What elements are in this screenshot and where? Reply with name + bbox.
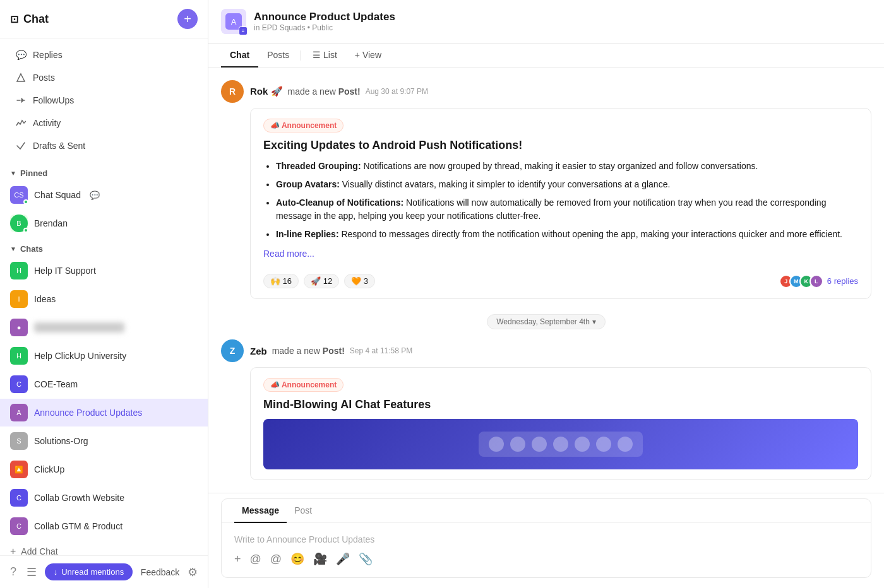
followups-label: FollowUps: [33, 95, 74, 105]
solutions-name: Solutions-Org: [34, 436, 88, 446]
add-button[interactable]: +: [177, 9, 198, 29]
posts-icon: [15, 72, 27, 83]
sidebar: ⊡ Chat + 💬 Replies Posts FollowUps: [0, 0, 208, 588]
reaction-heart[interactable]: 🧡 3: [344, 274, 375, 288]
help-it-name: Help IT Support: [34, 266, 96, 276]
announce-name: Announce Product Updates: [34, 408, 142, 418]
messages-area: R Rok 🚀 made a new Post! Aug 30 at 9:07 …: [208, 68, 884, 493]
drafts-label: Drafts & Sent: [33, 141, 85, 151]
reaction-clap[interactable]: 🙌 16: [263, 274, 299, 288]
message-group-2: Z Zeb made a new Post! Sep 4 at 11:58 PM…: [221, 339, 871, 480]
msg1-author: Rok 🚀: [250, 86, 283, 97]
clickup-avatar: 🔼: [10, 461, 28, 478]
help-clickup-avatar: H: [10, 347, 28, 365]
pinned-section-header[interactable]: ▼ Pinned: [0, 162, 208, 180]
ideas-name: Ideas: [34, 294, 56, 304]
msg2-avatar: Z: [221, 339, 244, 362]
coe-avatar: C: [10, 375, 28, 393]
reply-avatar: L: [809, 274, 823, 288]
chats-section-header[interactable]: ▼ Chats: [0, 238, 208, 256]
mention-icon[interactable]: @: [270, 553, 282, 566]
main-content: A ≡ Announce Product Updates in EPD Squa…: [208, 0, 884, 588]
list-icon[interactable]: ☰: [27, 565, 37, 579]
message-header-2: Z Zeb made a new Post! Sep 4 at 11:58 PM: [221, 339, 871, 362]
help-clickup-name: Help ClickUp University: [34, 351, 126, 361]
tab-list[interactable]: ☰ List: [304, 44, 346, 68]
sidebar-item-help-it[interactable]: H Help IT Support: [0, 257, 208, 285]
msg2-time: Sep 4 at 11:58 PM: [350, 346, 412, 355]
input-tab-message[interactable]: Message: [234, 499, 287, 523]
msg1-avatar: R: [221, 80, 244, 103]
reply-count-1[interactable]: 6 replies: [827, 276, 858, 286]
mic-icon[interactable]: 🎤: [336, 552, 350, 566]
brendan-name: Brendan: [34, 218, 68, 228]
msg2-action: made a new Post!: [272, 346, 345, 356]
unread-mentions-label: Unread mentions: [61, 567, 124, 577]
post-image: [263, 419, 858, 469]
brendan-avatar: B: [10, 215, 28, 232]
sidebar-item-ideas[interactable]: I Ideas: [0, 285, 208, 313]
sidebar-item-solutions[interactable]: S Solutions-Org: [0, 427, 208, 455]
sidebar-item-clickup[interactable]: 🔼 ClickUp: [0, 456, 208, 483]
sidebar-item-collab-gtm[interactable]: C Collab GTM & Product: [0, 512, 208, 540]
help-icon[interactable]: ?: [10, 565, 16, 579]
sidebar-title-text: Chat: [23, 13, 49, 26]
pinned-label: Pinned: [20, 168, 47, 178]
msg2-meta: Zeb made a new Post! Sep 4 at 11:58 PM: [250, 346, 412, 356]
collab-gtm-name: Collab GTM & Product: [34, 521, 122, 531]
emoji-icon[interactable]: 😊: [290, 552, 304, 566]
collab-gtm-avatar: C: [10, 517, 28, 535]
reaction-rocket[interactable]: 🚀 12: [304, 274, 339, 288]
date-text: Wednesday, September 4th: [496, 317, 590, 326]
chat-squad-avatar: CS: [10, 186, 28, 204]
activity-icon: [15, 117, 27, 129]
sidebar-item-replies[interactable]: 💬 Replies: [5, 44, 203, 66]
read-more-link-1[interactable]: Read more...: [263, 249, 858, 259]
video-icon[interactable]: 🎥: [313, 552, 327, 566]
announcement-badge-1: 📣 Announcement: [263, 119, 343, 132]
post-title-1: Exciting Updates to Android Push Notific…: [263, 139, 858, 152]
input-tab-post[interactable]: Post: [287, 499, 320, 523]
tab-view[interactable]: + View: [346, 44, 390, 68]
feedback-label[interactable]: Feedback: [141, 567, 179, 577]
unread-mentions-button[interactable]: ↓ Unread mentions: [45, 563, 133, 580]
add-chat-label: Add Chat: [21, 546, 57, 555]
plus-icon[interactable]: +: [234, 553, 241, 566]
sidebar-item-chat-squad[interactable]: CS Chat Squad 💬: [0, 181, 208, 209]
footer-icons: ? ☰: [10, 565, 37, 579]
solutions-avatar: S: [10, 432, 28, 450]
post-list-item: Auto-Cleanup of Notifications: Notificat…: [276, 196, 858, 223]
main-tabs: Chat Posts ☰ List + View: [208, 44, 884, 68]
sidebar-item-collab-growth[interactable]: C Collab Growth Website: [0, 484, 208, 512]
chat-squad-indicator: 💬: [90, 191, 100, 200]
attachment-icon[interactable]: 📎: [359, 552, 373, 566]
sidebar-item-followups[interactable]: FollowUps: [5, 90, 203, 111]
add-chat-button[interactable]: + Add Chat: [0, 541, 208, 555]
main-header: A ≡ Announce Product Updates in EPD Squa…: [208, 0, 884, 44]
replies-label: Replies: [33, 50, 63, 60]
message-group-1: R Rok 🚀 made a new Post! Aug 30 at 9:07 …: [221, 80, 871, 299]
tab-chat[interactable]: Chat: [221, 44, 258, 68]
collab-growth-avatar: C: [10, 489, 28, 507]
sidebar-item-activity[interactable]: Activity: [5, 112, 203, 134]
sidebar-item-drafts[interactable]: Drafts & Sent: [5, 135, 203, 156]
tab-divider: [301, 50, 301, 61]
post-title-2: Mind-Blowing AI Chat Features: [263, 398, 858, 411]
sidebar-item-announce[interactable]: A Announce Product Updates: [0, 399, 208, 426]
sidebar-item-blurred[interactable]: ● ██████ ████████: [0, 314, 208, 341]
date-pill[interactable]: Wednesday, September 4th ▾: [487, 314, 606, 329]
announce-avatar: A: [10, 404, 28, 421]
ideas-avatar: I: [10, 290, 28, 308]
settings-icon[interactable]: ⚙: [188, 565, 198, 579]
post-card-1: 📣 Announcement Exciting Updates to Andro…: [250, 108, 871, 299]
sidebar-item-posts[interactable]: Posts: [5, 67, 203, 88]
sidebar-item-help-clickup[interactable]: H Help ClickUp University: [0, 342, 208, 370]
input-placeholder[interactable]: Write to Announce Product Updates: [234, 529, 858, 550]
at-icon[interactable]: @: [250, 553, 261, 566]
input-box: Write to Announce Product Updates + @ @ …: [222, 523, 871, 577]
sidebar-item-brendan[interactable]: B Brendan: [0, 209, 208, 237]
posts-label: Posts: [33, 73, 55, 83]
tab-posts[interactable]: Posts: [258, 44, 298, 68]
post-list-item: Threaded Grouping: Notifications are now…: [276, 160, 858, 173]
sidebar-item-coe[interactable]: C COE-Team: [0, 370, 208, 398]
